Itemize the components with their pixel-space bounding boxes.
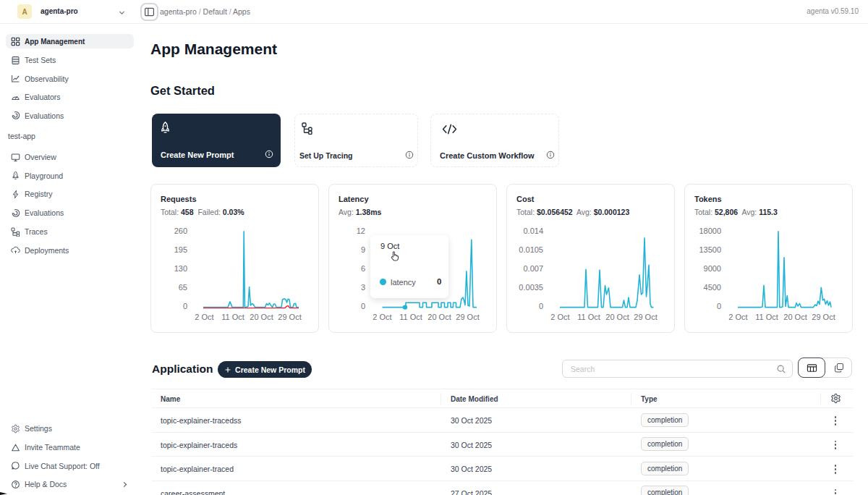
svg-text:0.007: 0.007 <box>523 264 543 273</box>
svg-text:2 Oct: 2 Oct <box>373 313 391 321</box>
svg-text:2 Oct: 2 Oct <box>728 313 747 321</box>
svg-text:29 Oct: 29 Oct <box>278 313 301 321</box>
svg-text:2 Oct: 2 Oct <box>550 313 569 321</box>
svg-text:29 Oct: 29 Oct <box>456 313 479 321</box>
svg-text:18000: 18000 <box>699 227 721 235</box>
svg-text:13500: 13500 <box>699 245 721 254</box>
svg-text:0: 0 <box>183 302 187 310</box>
svg-text:9000: 9000 <box>704 264 721 273</box>
svg-text:11 Oct: 11 Oct <box>755 313 778 321</box>
svg-text:0: 0 <box>717 302 721 310</box>
svg-text:11 Oct: 11 Oct <box>399 313 422 321</box>
svg-text:0.0035: 0.0035 <box>519 283 543 292</box>
svg-text:20 Oct: 20 Oct <box>783 313 807 321</box>
svg-text:11 Oct: 11 Oct <box>577 313 600 321</box>
svg-text:0: 0 <box>361 302 365 310</box>
svg-text:20 Oct: 20 Oct <box>605 313 629 321</box>
svg-text:0: 0 <box>539 302 543 310</box>
svg-text:65: 65 <box>179 283 187 292</box>
svg-text:0.0105: 0.0105 <box>519 245 543 254</box>
svg-text:6: 6 <box>361 264 365 273</box>
svg-text:260: 260 <box>174 227 187 235</box>
svg-text:9: 9 <box>361 245 365 254</box>
svg-text:29 Oct: 29 Oct <box>812 313 835 321</box>
svg-text:2 Oct: 2 Oct <box>195 313 213 321</box>
svg-text:20 Oct: 20 Oct <box>427 313 451 321</box>
svg-text:11 Oct: 11 Oct <box>221 313 244 321</box>
svg-text:195: 195 <box>174 245 187 254</box>
svg-text:3: 3 <box>361 283 365 292</box>
svg-text:4500: 4500 <box>704 283 721 292</box>
svg-text:29 Oct: 29 Oct <box>634 313 657 321</box>
svg-text:12: 12 <box>357 227 365 235</box>
svg-text:0.014: 0.014 <box>523 227 543 235</box>
svg-text:20 Oct: 20 Oct <box>250 313 273 321</box>
svg-text:130: 130 <box>174 264 187 273</box>
